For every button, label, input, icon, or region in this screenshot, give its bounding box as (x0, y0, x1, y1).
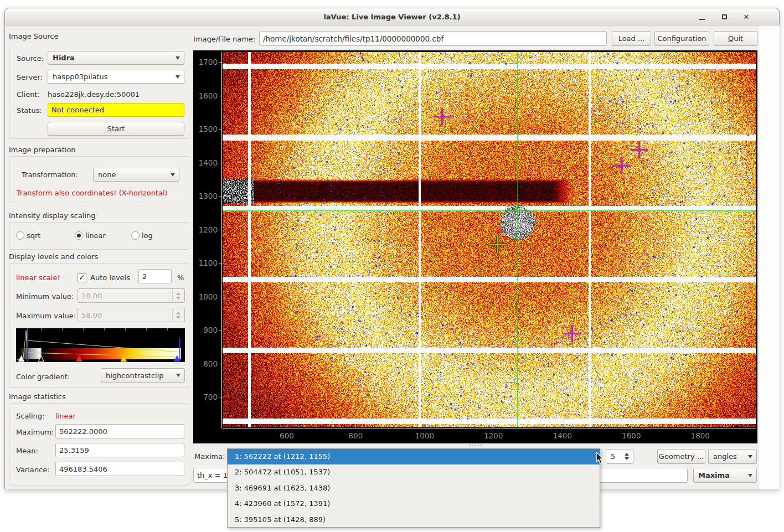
x-axis-tick (287, 425, 287, 428)
server-combobox[interactable]: haspp03pilatus (48, 70, 184, 84)
units-value: angles (713, 452, 737, 461)
splitter-handle[interactable] (470, 445, 482, 446)
auto-levels-percent-input[interactable]: 2 (138, 269, 172, 283)
titlebar[interactable]: laVue: Live Image Viewer (v2.8.1) ✕ (5, 8, 779, 25)
x-axis-tick (563, 425, 563, 428)
y-axis-tick-label: 1300 (193, 192, 218, 200)
detector-image-plot[interactable]: 6008001000120014001600180070080090010001… (193, 50, 757, 443)
minimum-value-label: Minimum value: (16, 292, 74, 301)
stats-scaling-value: linear (55, 412, 76, 420)
detector-image-canvas[interactable] (223, 52, 756, 427)
x-axis-tick (493, 425, 494, 428)
maxima-dropdown-item[interactable]: 3: 469691 at (1623, 1438) (228, 481, 600, 496)
y-axis-tick (219, 62, 221, 63)
x-axis-tick (355, 425, 356, 428)
start-button[interactable]: Start (48, 122, 184, 136)
chevron-down-icon (748, 455, 752, 458)
scaling-radio-log[interactable] (131, 231, 140, 240)
desktop: laVue: Live Image Viewer (v2.8.1) ✕ Imag… (0, 0, 784, 532)
y-axis-tick (219, 263, 221, 264)
y-axis-tick-label: 700 (193, 392, 218, 401)
file-name-input[interactable]: /home/jkotan/scratch/files/tp11/00000000… (259, 31, 607, 46)
maxima-count-spinbox[interactable]: 5 (606, 449, 633, 464)
maximum-value-spinbox[interactable]: 58.00 (78, 308, 185, 322)
y-axis-tick-label: 800 (193, 359, 218, 368)
y-axis-tick (219, 397, 221, 397)
maxima-count-value: 5 (611, 452, 615, 461)
x-axis-tick (425, 425, 425, 428)
maxima-dropdown-item[interactable]: 4: 423960 at (1572, 1391) (228, 496, 600, 512)
scaling-radio-label-linear: linear (85, 231, 106, 240)
x-axis-tick-label: 1800 (688, 431, 713, 440)
units-combobox[interactable]: angles (708, 449, 757, 464)
maxima-dropdown-item[interactable]: 5: 395105 at (1428, 889) (228, 512, 600, 528)
spin-arrows-icon[interactable] (172, 309, 184, 321)
status-value: Not connected (48, 103, 184, 117)
maxima-dropdown-list: 1: 562222 at (1212, 1155)2: 504472 at (1… (227, 448, 600, 528)
tool-value: Maxima (698, 471, 730, 479)
y-axis-tick (219, 364, 221, 364)
status-label: Status: (17, 106, 42, 115)
stats-maximum-label: Maximum: (16, 428, 54, 436)
minimum-value-spinbox[interactable]: 10.00 (78, 288, 185, 303)
minimize-icon[interactable] (696, 11, 708, 23)
quit-button[interactable]: Quit (714, 31, 757, 46)
y-axis-tick-label: 1700 (193, 58, 218, 66)
chevron-down-icon (176, 374, 180, 377)
maxima-dropdown-item[interactable]: 1: 562222 at (1212, 1155) (228, 449, 600, 464)
stats-maximum-value[interactable]: 562222.0000 (55, 424, 184, 438)
client-value: haso228jk.desy.de:50001 (48, 90, 140, 99)
server-value: haspp03pilatus (53, 73, 108, 81)
stats-mean-label: Mean: (16, 447, 38, 455)
maximize-icon[interactable] (718, 11, 730, 23)
scaling-radio-linear[interactable] (75, 231, 83, 240)
load-button[interactable]: Load ... (612, 31, 651, 46)
y-axis-tick (219, 330, 221, 330)
stats-mean-value[interactable]: 25.3159 (55, 443, 184, 457)
chevron-down-icon (176, 56, 180, 60)
stats-variance-value[interactable]: 496183.5406 (55, 462, 184, 476)
histogram-svg (16, 328, 185, 362)
scaling-radio-label-log: log (142, 231, 153, 240)
main-content: Image Source Source: Hidra Server: haspp… (6, 25, 780, 489)
x-axis-tick (631, 425, 632, 428)
y-axis-tick (219, 163, 221, 163)
y-axis-tick (219, 129, 221, 130)
x-axis-line (221, 428, 756, 428)
spin-arrows-icon[interactable] (172, 290, 184, 302)
y-axis-tick (219, 196, 221, 197)
stats-variance-label: Variance: (16, 466, 50, 474)
spin-arrows-icon[interactable] (621, 450, 632, 463)
maximum-value-label: Maximum value: (16, 312, 76, 320)
configuration-button[interactable]: Configuration (654, 31, 709, 46)
x-axis-tick-label: 1400 (550, 431, 575, 440)
close-icon[interactable]: ✕ (740, 11, 752, 23)
y-axis-tick-label: 1400 (193, 158, 218, 167)
x-axis-tick-label: 800 (343, 431, 368, 440)
maxima-label: Maxima: (194, 452, 225, 461)
y-axis-tick (219, 96, 221, 96)
y-axis-tick-label: 1100 (193, 259, 218, 267)
maxima-dropdown-item[interactable]: 2: 504472 at (1051, 1537) (228, 464, 600, 480)
source-label: Source: (17, 54, 44, 63)
tool-combobox[interactable]: Maxima (693, 468, 757, 483)
geometry-button[interactable]: Geometry ... (657, 449, 705, 464)
auto-levels-checkbox[interactable] (78, 273, 86, 282)
transformation-combobox[interactable]: none (93, 168, 179, 182)
transformation-label: Transformation: (22, 171, 78, 179)
source-combobox[interactable]: Hidra (48, 51, 184, 65)
chevron-down-icon (176, 75, 180, 79)
server-label: Server: (17, 73, 43, 81)
chevron-down-icon (748, 474, 752, 477)
histogram-widget[interactable] (16, 328, 185, 362)
scaling-radio-label-sqrt: sqrt (27, 231, 40, 240)
color-gradient-label: Color gradient: (16, 373, 70, 381)
y-axis-tick-label: 1000 (193, 292, 218, 301)
scaling-radio-sqrt[interactable] (16, 231, 24, 240)
y-axis-tick-label: 900 (193, 326, 218, 334)
intensity-scaling-section-title: Intensity display scaling (9, 211, 96, 220)
color-gradient-combobox[interactable]: highcontrastclip (101, 368, 185, 383)
linear-scale-note: linear scale! (16, 273, 60, 282)
minimum-value: 10.00 (81, 292, 102, 300)
right-margin (759, 25, 780, 489)
